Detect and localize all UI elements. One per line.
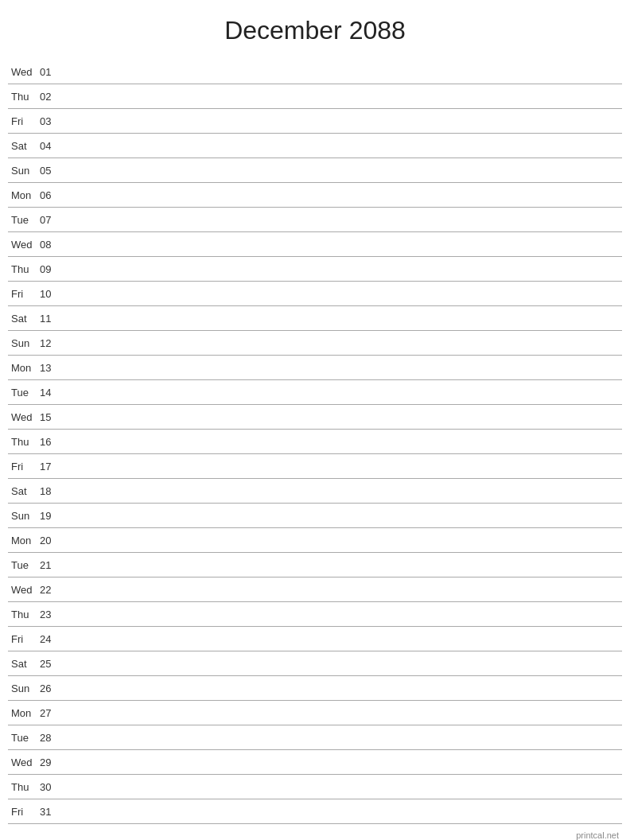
day-name: Sun (8, 337, 40, 349)
day-name: Fri (8, 633, 40, 645)
day-number: 01 (40, 66, 64, 78)
day-name: Sat (8, 140, 40, 152)
calendar-row: Tue28 (8, 725, 622, 750)
day-number: 20 (40, 535, 64, 546)
day-line (64, 441, 622, 442)
calendar-row: Thu30 (8, 775, 622, 799)
day-number: 12 (40, 337, 64, 349)
day-number: 09 (40, 263, 64, 275)
day-line (64, 170, 622, 171)
day-line (64, 762, 622, 763)
calendar-row: Sat04 (8, 134, 622, 158)
calendar-row: Wed01 (8, 60, 622, 84)
day-number: 25 (40, 658, 64, 670)
calendar-row: Sun05 (8, 158, 622, 183)
day-number: 18 (40, 485, 64, 497)
day-number: 05 (40, 165, 64, 177)
day-line (64, 515, 622, 516)
calendar-row: Mon13 (8, 356, 622, 380)
day-number: 16 (40, 436, 64, 448)
day-line (64, 146, 622, 146)
day-line (64, 195, 622, 196)
day-number: 31 (40, 806, 64, 818)
day-line (64, 639, 622, 640)
day-number: 15 (40, 411, 64, 423)
day-line (64, 614, 622, 615)
day-number: 26 (40, 682, 64, 694)
calendar-row: Sun12 (8, 331, 622, 356)
day-number: 28 (40, 732, 64, 744)
day-number: 10 (40, 288, 64, 300)
day-number: 22 (40, 584, 64, 596)
day-line (64, 244, 622, 245)
day-number: 11 (40, 313, 64, 325)
calendar-row: Thu02 (8, 84, 622, 109)
day-name: Sat (8, 658, 40, 670)
calendar-row: Mon06 (8, 183, 622, 208)
calendar-row: Sat18 (8, 479, 622, 504)
day-line (64, 121, 622, 122)
day-line (64, 491, 622, 492)
calendar-row: Tue14 (8, 380, 622, 405)
day-name: Tue (8, 559, 40, 571)
calendar-row: Wed22 (8, 578, 622, 602)
day-number: 27 (40, 707, 64, 719)
day-name: Mon (8, 535, 40, 546)
day-line (64, 466, 622, 467)
day-name: Thu (8, 263, 40, 275)
calendar-row: Wed08 (8, 232, 622, 257)
day-name: Sat (8, 485, 40, 497)
day-name: Fri (8, 461, 40, 472)
day-line (64, 343, 622, 344)
day-line (64, 737, 622, 738)
day-line (64, 589, 622, 590)
day-name: Sun (8, 682, 40, 694)
day-name: Fri (8, 115, 40, 127)
day-name: Wed (8, 411, 40, 423)
day-line (64, 269, 622, 270)
calendar-row: Fri17 (8, 454, 622, 479)
day-number: 29 (40, 756, 64, 768)
calendar-row: Thu09 (8, 257, 622, 282)
calendar-row: Sat11 (8, 306, 622, 331)
day-line (64, 318, 622, 319)
day-name: Sat (8, 313, 40, 325)
calendar-list: Wed01Thu02Fri03Sat04Sun05Mon06Tue07Wed08… (8, 60, 622, 824)
calendar-row: Tue07 (8, 208, 622, 232)
calendar-row: Fri03 (8, 109, 622, 134)
day-name: Mon (8, 189, 40, 201)
day-number: 19 (40, 510, 64, 522)
day-line (64, 368, 622, 368)
day-name: Mon (8, 362, 40, 374)
page-title: December 2088 (8, 16, 622, 45)
page: December 2088 Wed01Thu02Fri03Sat04Sun05M… (0, 0, 630, 840)
day-number: 17 (40, 461, 64, 472)
calendar-row: Thu23 (8, 602, 622, 627)
calendar-row: Thu16 (8, 430, 622, 454)
calendar-row: Sun26 (8, 676, 622, 701)
day-line (64, 417, 622, 418)
day-number: 24 (40, 633, 64, 645)
day-line (64, 565, 622, 566)
day-name: Thu (8, 609, 40, 620)
day-number: 08 (40, 239, 64, 251)
calendar-row: Sat25 (8, 651, 622, 676)
day-line (64, 392, 622, 393)
day-line (64, 688, 622, 689)
calendar-row: Fri10 (8, 282, 622, 306)
day-line (64, 663, 622, 664)
day-name: Wed (8, 756, 40, 768)
day-number: 03 (40, 115, 64, 127)
calendar-row: Sun19 (8, 504, 622, 528)
day-name: Thu (8, 781, 40, 793)
day-line (64, 220, 622, 220)
day-name: Sun (8, 165, 40, 177)
day-name: Mon (8, 707, 40, 719)
day-name: Wed (8, 66, 40, 78)
day-number: 04 (40, 140, 64, 152)
day-number: 21 (40, 559, 64, 571)
day-line (64, 72, 622, 72)
day-number: 06 (40, 189, 64, 201)
calendar-row: Mon27 (8, 701, 622, 725)
calendar-row: Wed29 (8, 750, 622, 775)
